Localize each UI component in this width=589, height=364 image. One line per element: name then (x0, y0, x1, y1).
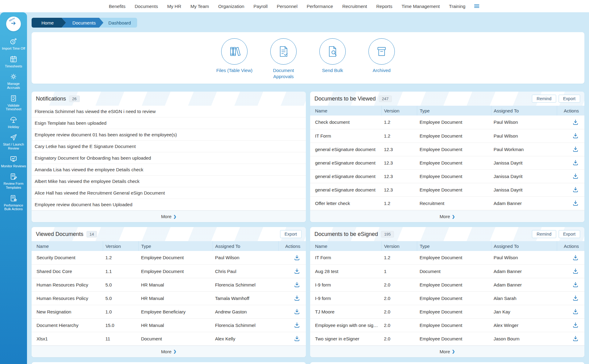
remind-button[interactable]: Remind (532, 230, 556, 238)
nav-item-my-team[interactable]: My Team (191, 4, 209, 9)
remind-button[interactable]: Remind (532, 95, 556, 103)
download-icon[interactable] (572, 268, 579, 275)
send-bulk-icon (319, 38, 346, 65)
sidebar-item-manage-accruals[interactable]: Manage Accruals (0, 73, 27, 89)
download-icon[interactable] (572, 322, 579, 328)
sidebar-item-label: Review Form Templates (0, 182, 27, 189)
export-button[interactable]: Export (559, 95, 580, 103)
chevron-right-icon: ❯ (452, 214, 455, 219)
quick-action-label: Document Approvals (265, 67, 302, 79)
table-row: general eSignature document12.3Employee … (310, 142, 584, 156)
nav-item-personnel[interactable]: Personnel (277, 4, 298, 9)
nav-item-my-hr[interactable]: My HR (167, 4, 181, 9)
cell-name: IT Form (310, 129, 381, 142)
cell-actions (279, 278, 306, 291)
breadcrumb-dashboard[interactable]: Dashboard (99, 18, 137, 28)
sidebar-item-performance-bulk-actions[interactable]: Performance Bulk Actions (0, 194, 27, 211)
nav-item-benefits[interactable]: Benefits (109, 4, 125, 9)
count-badge: 247 (379, 96, 392, 102)
cell-actions (557, 291, 584, 305)
notification-list: Florencia Schimmel has viewed the eSIGN … (32, 106, 306, 210)
nav-item-recruitment[interactable]: Recruitment (342, 4, 367, 9)
breadcrumb-home[interactable]: Home (32, 18, 66, 28)
nav-item-training[interactable]: Training (449, 4, 466, 9)
export-button[interactable]: Export (559, 230, 580, 238)
quick-action-send-bulk[interactable]: Send Bulk (314, 38, 351, 84)
cell-actions (279, 332, 306, 345)
panel-header-buttons: Export (280, 230, 302, 238)
download-icon[interactable] (572, 146, 579, 153)
review-form-templates-icon (10, 173, 17, 180)
more-label: More (161, 214, 171, 219)
cell-type: Employee Beneficiary (139, 305, 213, 318)
cell-name: Check document (310, 116, 381, 129)
download-icon[interactable] (572, 281, 579, 288)
sidebar-items: Import Time OffTimesheetsManage Accruals… (0, 37, 27, 216)
nav-item-time-management[interactable]: Time Management (402, 4, 440, 9)
cell-version: 11 (103, 332, 138, 345)
sidebar-item-holiday[interactable]: Holiday (0, 116, 27, 129)
manage-accruals-icon (10, 73, 17, 81)
download-icon[interactable] (294, 295, 300, 301)
cell-version: 12.3 (381, 183, 417, 196)
download-icon[interactable] (572, 173, 579, 180)
download-icon[interactable] (572, 200, 579, 207)
panel-header-buttons: Remind Export (532, 230, 580, 238)
download-icon[interactable] (572, 308, 579, 315)
more-link[interactable]: More ❯ (310, 210, 584, 222)
download-icon[interactable] (294, 335, 300, 342)
notification-item: Florencia Schimmel has viewed the eSIGN … (32, 106, 306, 117)
nav-item-organization[interactable]: Organization (218, 4, 244, 9)
download-icon[interactable] (572, 186, 579, 193)
cell-name: Document Hierarchy (32, 318, 103, 332)
breadcrumb-documents[interactable]: Documents (62, 18, 103, 28)
nav-item-payroll[interactable]: Payroll (253, 4, 268, 9)
panel-partial (32, 362, 306, 364)
cell-type: Employee Document (139, 251, 213, 264)
sidebar: Menu Import Time OffTimesheetsManage Acc… (0, 12, 27, 364)
download-icon[interactable] (294, 268, 300, 275)
documents-to-be-viewed-table: NameVersionTypeAssigned ToActions Check … (310, 106, 584, 210)
cell-assigned-to: Paul Wilson (491, 116, 557, 129)
column-header-assigned-to: Assigned To (491, 241, 557, 251)
export-button[interactable]: Export (280, 230, 302, 238)
download-icon[interactable] (294, 281, 300, 288)
download-icon[interactable] (572, 335, 579, 342)
quick-action-archived[interactable]: Archived (363, 38, 400, 84)
download-icon[interactable] (294, 308, 300, 315)
download-icon[interactable] (294, 254, 300, 261)
table-row: Check document1.2Employee DocumentPaul W… (310, 116, 584, 129)
more-link[interactable]: More ❯ (32, 346, 306, 357)
cell-assigned-to: Paul Workman (491, 142, 557, 156)
cell-name: general eSignature document (310, 156, 381, 169)
sidebar-item-monitor-reviews[interactable]: Monitor Reviews (0, 155, 27, 168)
nav-item-performance[interactable]: Performance (307, 4, 333, 9)
download-icon[interactable] (572, 119, 579, 126)
sidebar-item-timesheets[interactable]: Timesheets (0, 55, 27, 68)
panel-notifications: Notifications 26 Florencia Schimmel has … (32, 92, 306, 222)
menu-button[interactable]: Menu (6, 17, 21, 31)
download-icon[interactable] (572, 159, 579, 166)
sidebar-item-start-launch-review[interactable]: Start / Launch Review (0, 133, 27, 150)
download-icon[interactable] (294, 322, 300, 328)
sidebar-item-import-time-off[interactable]: Import Time Off (0, 37, 27, 51)
quick-action-label: Send Bulk (322, 67, 343, 74)
nav-item-documents[interactable]: Documents (135, 4, 158, 9)
nav-item-reports[interactable]: Reports (376, 4, 393, 9)
quick-action-document-approvals[interactable]: Document Approvals (265, 38, 302, 84)
panel-title: Viewed Documents (36, 231, 83, 237)
cell-version: 2.0 (381, 278, 417, 291)
more-link[interactable]: More ❯ (310, 346, 584, 357)
download-icon[interactable] (572, 295, 579, 301)
hamburger-menu-icon[interactable] (473, 3, 480, 9)
download-icon[interactable] (572, 132, 579, 139)
notification-item: Esignatory Document for Onboarding has b… (32, 152, 306, 164)
download-icon[interactable] (572, 254, 579, 261)
cell-type: Employee Document (139, 264, 213, 278)
more-link[interactable]: More ❯ (32, 210, 306, 222)
quick-actions-card: Files (Table View)Document ApprovalsSend… (32, 32, 584, 84)
sidebar-item-validate-timesheet[interactable]: Validate Timesheet (0, 94, 27, 111)
cell-type: Document (417, 264, 491, 278)
quick-action-files-table-view[interactable]: Files (Table View) (216, 38, 253, 84)
sidebar-item-review-form-templates[interactable]: Review Form Templates (0, 173, 27, 189)
